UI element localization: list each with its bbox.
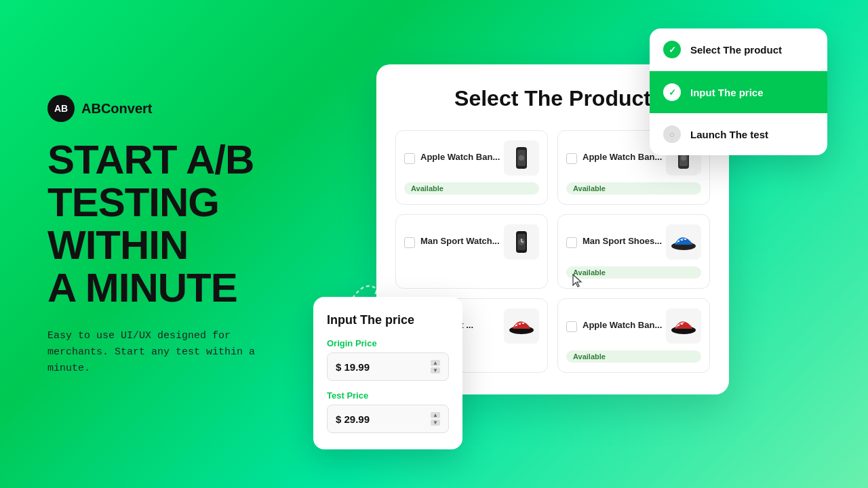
- product-name-2: Apple Watch Ban...: [583, 152, 662, 163]
- svg-point-2: [519, 155, 524, 161]
- left-section: AB ABConvert START A/BTESTINGWITHINA MIN…: [47, 95, 332, 377]
- step-label-2: Input The price: [690, 87, 764, 98]
- origin-price-down[interactable]: ▼: [431, 367, 440, 373]
- svg-rect-20: [677, 325, 679, 326]
- product-image-5: [504, 308, 539, 344]
- svg-marker-23: [696, 172, 704, 180]
- product-name-4: Man Sport Shoes...: [583, 236, 662, 247]
- product-badge-4: Available: [566, 266, 701, 279]
- logo-row: AB ABConvert: [47, 95, 332, 122]
- test-price-value: $ 29.99: [336, 413, 370, 425]
- step-label-3: Launch The test: [690, 129, 768, 140]
- product-badge-2: Available: [566, 182, 701, 195]
- product-checkbox-2[interactable]: [566, 153, 577, 164]
- logo-name: ABConvert: [81, 101, 152, 117]
- svg-rect-13: [681, 239, 683, 241]
- svg-marker-22: [374, 287, 382, 294]
- step-item-3[interactable]: ○ Launch The test: [650, 113, 827, 155]
- origin-price-label: Origin Price: [327, 338, 449, 348]
- product-card-3[interactable]: Man Sport Watch...: [395, 214, 548, 289]
- product-image-4: [666, 224, 701, 260]
- svg-rect-21: [681, 323, 683, 325]
- product-checkbox-4[interactable]: [566, 237, 577, 248]
- product-name-6: Apple Watch Ban...: [583, 320, 662, 331]
- product-image-1: [504, 140, 539, 176]
- product-checkbox-6[interactable]: [566, 321, 577, 332]
- product-card-1[interactable]: Apple Watch Ban... Available: [395, 130, 548, 205]
- svg-point-5: [681, 155, 686, 161]
- product-checkbox-3[interactable]: [404, 237, 415, 248]
- product-name-3: Man Sport Watch...: [420, 236, 500, 247]
- step-check-2: ✓: [663, 83, 681, 101]
- test-price-stepper[interactable]: ▲ ▼: [431, 412, 440, 426]
- step-check-3: ○: [663, 125, 681, 143]
- step-item-2[interactable]: ✓ Input The price: [650, 70, 827, 113]
- product-image-3: [504, 224, 539, 260]
- svg-rect-16: [515, 325, 517, 326]
- test-price-up[interactable]: ▲: [431, 412, 440, 418]
- origin-price-stepper[interactable]: ▲ ▼: [431, 360, 440, 373]
- svg-rect-12: [677, 241, 679, 242]
- product-checkbox-1[interactable]: [404, 153, 415, 164]
- origin-price-up[interactable]: ▲: [431, 360, 440, 366]
- product-badge-6: Available: [566, 350, 701, 363]
- origin-price-input[interactable]: $ 19.99 ▲ ▼: [327, 352, 449, 381]
- product-badge-1: Available: [404, 182, 539, 195]
- product-image-6: [666, 308, 701, 344]
- svg-rect-14: [684, 239, 686, 240]
- test-price-label: Test Price: [327, 390, 449, 401]
- test-price-down[interactable]: ▼: [431, 420, 440, 426]
- price-card-title: Input The price: [327, 313, 449, 327]
- step-item-1[interactable]: ✓ Select The product: [650, 28, 827, 70]
- main-headline: START A/BTESTINGWITHINA MINUTE: [47, 138, 332, 309]
- svg-rect-18: [522, 323, 524, 324]
- subtext: Easy to use UI/UX designed for merchants…: [47, 328, 278, 377]
- test-price-input[interactable]: $ 29.99 ▲ ▼: [327, 405, 449, 433]
- step-check-1: ✓: [663, 41, 681, 58]
- product-name-1: Apple Watch Ban...: [420, 152, 500, 163]
- dashed-arrow-2: [692, 163, 732, 197]
- product-card-4[interactable]: Man Sport Shoes... Ava: [557, 214, 710, 289]
- logo-icon: AB: [47, 95, 75, 122]
- steps-card: ✓ Select The product ✓ Input The price ○…: [650, 28, 827, 155]
- origin-price-value: $ 19.99: [336, 361, 370, 373]
- product-card-6[interactable]: Apple Watch Ban... Available: [557, 298, 710, 373]
- step-label-1: Select The product: [690, 44, 782, 56]
- svg-rect-17: [519, 323, 521, 325]
- price-input-card: Input The price Origin Price $ 19.99 ▲ ▼…: [313, 297, 462, 449]
